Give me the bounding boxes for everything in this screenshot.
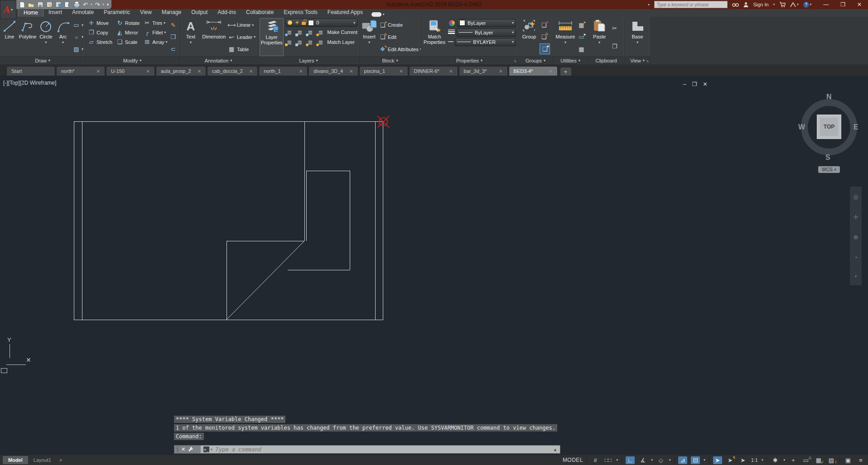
app-store-cart-icon[interactable]: [779, 2, 786, 7]
command-close-icon[interactable]: ✕: [181, 447, 185, 452]
layer-isolate-icon[interactable]: ≣: [296, 29, 304, 36]
trim-button[interactable]: ✂Trim▾: [143, 19, 167, 28]
file-tab-close-icon[interactable]: ✕: [499, 69, 502, 74]
panel-label-utilities[interactable]: Utilities▾: [553, 56, 588, 64]
viewcube-north[interactable]: N: [826, 93, 832, 101]
annotation-visibility-toggle[interactable]: ➤: [713, 456, 722, 464]
model-space-button[interactable]: MODEL: [563, 457, 583, 463]
save-icon[interactable]: [37, 1, 43, 8]
annotation-scale-icon[interactable]: ➤: [738, 456, 747, 464]
layer-dropdown-icon[interactable]: ▾: [353, 21, 355, 25]
group-selection-toggle[interactable]: ❏➤: [540, 44, 550, 54]
zoom-extents-icon[interactable]: ⊕: [854, 234, 858, 240]
window-minimize-button[interactable]: —: [823, 1, 829, 8]
file-tab[interactable]: cab_doccia_2✕: [207, 66, 258, 76]
viewcube-south[interactable]: S: [825, 153, 830, 162]
explode-button[interactable]: ❒: [169, 33, 177, 42]
save-to-web-icon[interactable]: [64, 1, 71, 8]
file-tab[interactable]: north*✕: [56, 66, 105, 76]
annotation-autoscale-toggle[interactable]: ➤↯: [726, 456, 735, 464]
ribbon-tab-collaborate[interactable]: Collaborate: [241, 9, 279, 17]
snap-dropdown-icon[interactable]: ▾: [617, 458, 618, 462]
help-icon[interactable]: ?▾: [803, 2, 812, 8]
rotate-button[interactable]: ↻Rotate: [116, 19, 140, 28]
ribbon-tab-insert[interactable]: Insert: [43, 9, 67, 17]
panel-label-block[interactable]: Block▾: [360, 56, 420, 64]
search-binoculars-icon[interactable]: [732, 2, 739, 7]
array-button[interactable]: ⊞Array▾: [143, 38, 167, 47]
layer-select-dropdown[interactable]: ☀ 0 ▾: [285, 19, 357, 27]
object-color-dropdown[interactable]: ByLayer▾: [457, 19, 516, 27]
workspace-dropdown-icon[interactable]: ▾: [783, 458, 785, 462]
layer-properties-button[interactable]: Layer Properties: [260, 18, 284, 56]
insert-button[interactable]: Insert ▾: [362, 18, 377, 56]
viewport-restore-button[interactable]: ❐: [692, 81, 697, 87]
polyline-button[interactable]: Polyline: [19, 18, 37, 56]
layer-on-icon[interactable]: [288, 20, 292, 25]
dimension-button[interactable]: Dimension: [202, 18, 226, 56]
command-bar-grip[interactable]: ✕: [174, 446, 201, 453]
file-tab-close-icon[interactable]: ✕: [198, 69, 201, 74]
recent-commands-dropdown-icon[interactable]: ▾: [211, 448, 212, 451]
ribbon-tab-home[interactable]: Home: [18, 9, 43, 17]
base-dropdown-icon[interactable]: ▾: [637, 40, 638, 44]
paste-dropdown-icon[interactable]: ▾: [598, 40, 600, 44]
match-properties-button[interactable]: Match Properties: [423, 18, 446, 56]
file-tab-close-icon[interactable]: ✕: [349, 69, 353, 74]
insert-dropdown-icon[interactable]: ▾: [368, 40, 370, 44]
copy-clip-button[interactable]: ❐: [611, 42, 618, 51]
file-tab[interactable]: BED3-4*✕: [509, 66, 558, 76]
leader-button[interactable]: ↝Leader▾: [228, 33, 256, 42]
panel-label-layers[interactable]: Layers▾: [258, 56, 359, 64]
layer-color-swatch[interactable]: [308, 20, 314, 26]
paste-button[interactable]: Paste ▾: [590, 18, 609, 56]
model-tab[interactable]: Model: [3, 456, 28, 464]
qat-customize-icon[interactable]: ▾: [107, 3, 109, 7]
polar-tracking-toggle[interactable]: ∡: [638, 456, 647, 464]
viewcube-east[interactable]: E: [854, 123, 858, 131]
cut-button[interactable]: ✂: [611, 24, 618, 33]
new-layout-button[interactable]: +: [57, 456, 65, 464]
save-as-icon[interactable]: [46, 1, 53, 8]
new-drawing-tab-button[interactable]: +: [560, 67, 571, 76]
file-tab[interactable]: bar_3d_3*✕: [459, 66, 508, 76]
layer-unisolate-icon[interactable]: ≣: [296, 39, 304, 46]
lineweight-dropdown[interactable]: ByLayer▾: [457, 29, 516, 37]
file-tab[interactable]: divano_3D_4✕: [309, 66, 358, 76]
window-close-button[interactable]: ✕: [857, 1, 862, 8]
graphics-performance-icon[interactable]: ▨: [827, 456, 836, 464]
grid-toggle[interactable]: #: [591, 456, 600, 464]
quick-calculator-button[interactable]: ▩: [578, 45, 585, 54]
drag-handle-icon[interactable]: [177, 446, 178, 452]
layer-unlock-all-icon[interactable]: ≣: [317, 39, 324, 46]
ungroup-button[interactable]: ❏✕: [540, 20, 550, 29]
file-tab-close-icon[interactable]: ✕: [549, 69, 552, 74]
make-current-button[interactable]: Make Current: [327, 29, 357, 35]
group-button[interactable]: Group: [520, 18, 538, 56]
help-search-input[interactable]: [654, 1, 728, 8]
redo-icon[interactable]: ↷: [95, 2, 100, 8]
mirror-button[interactable]: ◭Mirror: [116, 28, 140, 37]
redo-dropdown-icon[interactable]: ▾: [102, 3, 104, 6]
rectangle-button[interactable]: ▭▾: [72, 20, 83, 29]
ribbon-tab-parametric[interactable]: Parametric: [99, 9, 135, 17]
quick-properties-toggle[interactable]: ▭△: [801, 456, 810, 464]
osnap-dropdown-icon[interactable]: ▾: [704, 458, 705, 462]
layer-on-all-icon[interactable]: ≣: [285, 39, 293, 46]
file-tab-close-icon[interactable]: ✕: [146, 69, 150, 74]
panel-label-draw[interactable]: Draw▾: [0, 56, 85, 64]
quick-select-button[interactable]: ▦➤: [578, 20, 585, 29]
ribbon-tab-add-ins[interactable]: Add-ins: [212, 9, 241, 17]
block-edit-button[interactable]: ❏✎Edit: [379, 33, 422, 42]
full-navigation-wheel-icon[interactable]: ◎: [853, 193, 858, 200]
isodraft-dropdown-icon[interactable]: ▾: [669, 458, 671, 462]
viewcube-top-face[interactable]: TOP: [817, 115, 841, 139]
command-line-bar[interactable]: ✕ >_ ▾ ▲: [174, 445, 560, 454]
line-button[interactable]: Line: [2, 18, 17, 56]
hatch-button[interactable]: ▨▾: [72, 45, 83, 54]
scale-dropdown-icon[interactable]: ▾: [762, 458, 763, 462]
navigation-bar[interactable]: ◎ ✛ ⊕ ◔ ▾: [850, 187, 862, 285]
annotation-scale-value[interactable]: 1:1: [751, 457, 758, 463]
sign-in-dropdown-icon[interactable]: ▾: [773, 3, 775, 6]
isodraft-toggle[interactable]: ◇: [656, 456, 665, 464]
